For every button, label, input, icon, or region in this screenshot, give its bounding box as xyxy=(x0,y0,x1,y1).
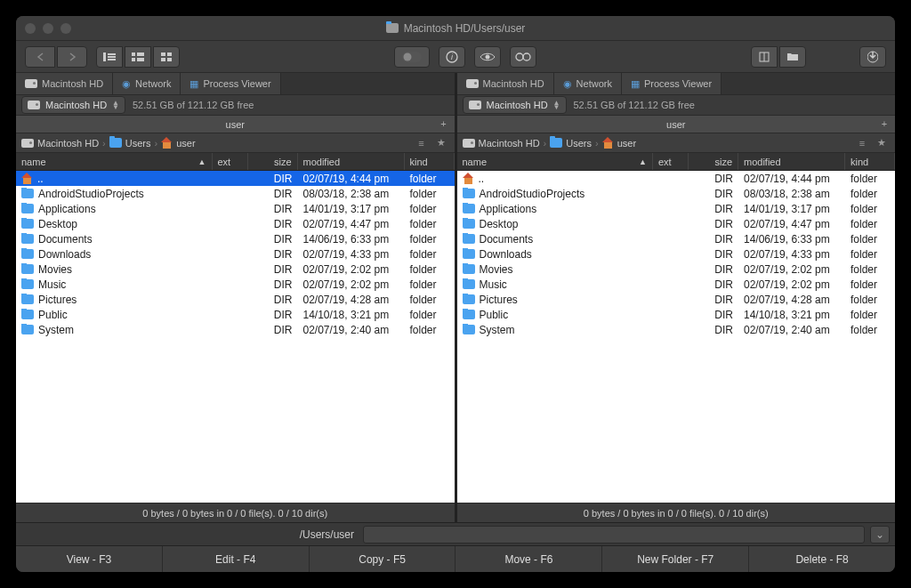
file-kind: folder xyxy=(405,188,455,200)
file-row[interactable]: SystemDIR02/07/19, 2:40 amfolder xyxy=(16,322,455,337)
file-row[interactable]: AndroidStudioProjectsDIR08/03/18, 2:38 a… xyxy=(457,186,896,201)
fkey-view[interactable]: View - F3 xyxy=(16,546,163,572)
header-size[interactable]: size xyxy=(248,153,298,170)
header-kind[interactable]: kind xyxy=(845,153,895,170)
folder-icon xyxy=(463,189,475,198)
file-row[interactable]: SystemDIR02/07/19, 2:40 amfolder xyxy=(457,322,896,337)
new-tab-button[interactable]: + xyxy=(877,117,891,131)
file-kind: folder xyxy=(405,294,455,306)
file-name: Pictures xyxy=(38,294,77,306)
file-row[interactable]: DocumentsDIR14/06/19, 6:33 pmfolder xyxy=(16,231,455,246)
command-input[interactable] xyxy=(363,526,865,544)
file-row[interactable]: DesktopDIR02/07/19, 4:47 pmfolder xyxy=(16,216,455,231)
drive-selector[interactable]: Macintosh HD ▲▼ xyxy=(21,96,125,114)
file-row[interactable]: PublicDIR14/10/18, 3:21 pmfolder xyxy=(16,307,455,322)
search-button[interactable] xyxy=(510,46,536,68)
list-icon[interactable]: ≡ xyxy=(414,136,430,150)
folder-icon xyxy=(21,234,34,244)
toggle-button[interactable] xyxy=(394,46,430,68)
history-button[interactable]: ⌄ xyxy=(870,526,890,544)
file-modified: 02/07/19, 4:33 pm xyxy=(738,248,845,261)
file-list[interactable]: ..DIR02/07/19, 4:44 pmfolderAndroidStudi… xyxy=(16,171,455,503)
file-row[interactable]: DocumentsDIR14/06/19, 6:33 pmfolder xyxy=(457,231,896,246)
fkey-delete[interactable]: Delete - F8 xyxy=(749,546,895,572)
file-name: AndroidStudioProjects xyxy=(480,188,585,200)
file-row[interactable]: ApplicationsDIR14/01/19, 3:17 pmfolder xyxy=(16,201,455,216)
tab-drive[interactable]: Macintosh HD xyxy=(16,73,113,94)
file-row[interactable]: PicturesDIR02/07/19, 4:28 amfolder xyxy=(457,292,896,307)
preview-button[interactable] xyxy=(474,46,501,68)
file-row[interactable]: MoviesDIR02/07/19, 2:02 pmfolder xyxy=(16,262,455,277)
download-button[interactable] xyxy=(859,46,886,68)
header-name[interactable]: name▲ xyxy=(16,153,213,170)
file-row[interactable]: DownloadsDIR02/07/19, 4:33 pmfolder xyxy=(16,246,455,262)
crumb-users[interactable]: Users xyxy=(550,138,592,149)
view-grid-button[interactable] xyxy=(153,46,180,68)
fkey-copy[interactable]: Copy - F5 xyxy=(310,546,456,572)
drive-selector[interactable]: Macintosh HD ▲▼ xyxy=(463,96,567,114)
file-row[interactable]: MusicDIR02/07/19, 2:02 pmfolder xyxy=(457,277,896,292)
file-row[interactable]: PublicDIR14/10/18, 3:21 pmfolder xyxy=(457,307,896,322)
open-folder-button[interactable] xyxy=(779,46,806,68)
tab-process[interactable]: ▦Process Viewer xyxy=(181,73,280,94)
view-list-button[interactable] xyxy=(96,46,123,68)
drive-free-text: 52.51 GB of 121.12 GB free xyxy=(574,100,695,110)
file-row[interactable]: ..DIR02/07/19, 4:44 pmfolder xyxy=(457,171,896,186)
view-columns-button[interactable] xyxy=(125,46,151,68)
file-row[interactable]: DesktopDIR02/07/19, 4:47 pmfolder xyxy=(457,216,896,231)
file-row[interactable]: PicturesDIR02/07/19, 4:28 amfolder xyxy=(16,292,455,307)
file-row[interactable]: ..DIR02/07/19, 4:44 pmfolder xyxy=(16,171,455,186)
fkey-newfolder[interactable]: New Folder - F7 xyxy=(602,546,749,572)
star-icon[interactable]: ★ xyxy=(433,136,449,150)
file-name: Public xyxy=(480,309,509,321)
folder-icon xyxy=(463,264,475,274)
crumb-users[interactable]: Users xyxy=(109,138,151,149)
file-modified: 02/07/19, 2:40 am xyxy=(298,324,405,336)
forward-button[interactable] xyxy=(57,46,87,68)
star-icon[interactable]: ★ xyxy=(874,136,890,150)
file-size: DIR xyxy=(689,218,738,230)
fkey-move[interactable]: Move - F6 xyxy=(456,546,602,572)
file-row[interactable]: DownloadsDIR02/07/19, 4:33 pmfolder xyxy=(457,246,896,262)
header-kind[interactable]: kind xyxy=(405,153,455,170)
back-button[interactable] xyxy=(25,46,55,68)
crumb-root[interactable]: Macintosh HD xyxy=(21,138,99,149)
tab-drive[interactable]: Macintosh HD xyxy=(457,73,554,94)
crumb-user[interactable]: user xyxy=(161,138,195,149)
info-button[interactable]: i xyxy=(439,46,465,68)
file-modified: 08/03/18, 2:38 am xyxy=(298,188,405,200)
home-icon xyxy=(463,173,474,184)
file-modified: 02/07/19, 4:44 pm xyxy=(738,173,845,185)
file-row[interactable]: MusicDIR02/07/19, 2:02 pmfolder xyxy=(16,277,455,292)
header-ext[interactable]: ext xyxy=(213,153,248,170)
file-row[interactable]: MoviesDIR02/07/19, 2:02 pmfolder xyxy=(457,262,896,277)
header-ext[interactable]: ext xyxy=(653,153,689,170)
tab-network[interactable]: ◉Network xyxy=(554,73,622,94)
crumb-root[interactable]: Macintosh HD xyxy=(463,138,540,149)
file-size: DIR xyxy=(248,218,298,230)
header-size[interactable]: size xyxy=(689,153,738,170)
header-modified[interactable]: modified xyxy=(738,153,845,170)
new-tab-button[interactable]: + xyxy=(437,117,451,131)
file-name: Applications xyxy=(38,203,96,215)
archive-button[interactable] xyxy=(751,46,778,68)
file-row[interactable]: ApplicationsDIR14/01/19, 3:17 pmfolder xyxy=(457,201,896,216)
file-name: Music xyxy=(480,278,507,291)
file-size: DIR xyxy=(248,278,298,291)
folder-icon xyxy=(386,23,399,33)
tab-network[interactable]: ◉Network xyxy=(113,73,181,94)
header-name[interactable]: name▲ xyxy=(457,153,654,170)
crumb-label: Macintosh HD xyxy=(37,138,99,149)
folder-icon xyxy=(21,310,34,319)
fkey-edit[interactable]: Edit - F4 xyxy=(163,546,310,572)
crumb-label: user xyxy=(617,138,636,149)
svg-rect-1 xyxy=(108,53,116,55)
tab-process[interactable]: ▦Process Viewer xyxy=(622,73,722,94)
file-list[interactable]: ..DIR02/07/19, 4:44 pmfolderAndroidStudi… xyxy=(457,171,896,503)
header-modified[interactable]: modified xyxy=(298,153,405,170)
crumb-user[interactable]: user xyxy=(602,138,636,149)
file-row[interactable]: AndroidStudioProjectsDIR08/03/18, 2:38 a… xyxy=(16,186,455,201)
folder-icon xyxy=(21,325,34,334)
folder-icon xyxy=(463,234,475,244)
list-icon[interactable]: ≡ xyxy=(854,136,870,150)
